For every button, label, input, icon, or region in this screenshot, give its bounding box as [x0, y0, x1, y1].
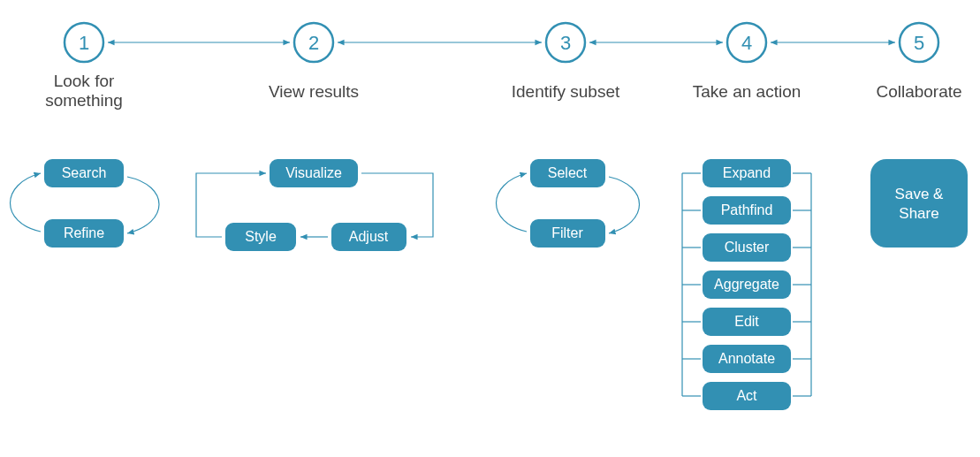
svg-text:Edit: Edit: [734, 314, 759, 329]
loop-arrow: [11, 173, 42, 232]
save-share-line: Share: [899, 205, 938, 222]
svg-text:Refine: Refine: [64, 225, 104, 240]
pill-style: Style: [225, 223, 296, 251]
step-circle-2: 2: [294, 23, 333, 62]
loop-arrow: [497, 173, 528, 232]
svg-text:Annotate: Annotate: [718, 351, 775, 366]
pill-select: Select: [530, 159, 605, 187]
pill-annotate: Annotate: [703, 345, 791, 373]
step-label: Take an action: [693, 82, 801, 101]
pill-expand: Expand: [703, 159, 791, 187]
group-look-for-something: Search Refine: [11, 159, 160, 248]
svg-text:Search: Search: [62, 165, 107, 180]
step-label: View results: [269, 82, 359, 101]
svg-rect-49: [870, 159, 968, 248]
step-number: 5: [914, 32, 924, 54]
svg-text:Adjust: Adjust: [349, 229, 389, 244]
step-circle-5: 5: [900, 23, 938, 62]
step-number: 1: [79, 32, 89, 54]
step-circle-3: 3: [546, 23, 585, 62]
step-number: 4: [741, 32, 752, 54]
group-identify-subset: Select Filter: [497, 159, 640, 248]
pill-edit: Edit: [703, 308, 791, 336]
step-number: 2: [308, 32, 319, 54]
svg-text:Filter: Filter: [551, 225, 583, 240]
pill-aggregate: Aggregate: [703, 270, 791, 299]
svg-text:Aggregate: Aggregate: [714, 277, 779, 292]
step-circle-4: 4: [727, 23, 766, 62]
group-view-results: Visualize Style Adjust: [196, 159, 433, 251]
step-number: 3: [560, 32, 571, 54]
step-label: Look for: [54, 72, 115, 90]
pill-act: Act: [703, 382, 791, 410]
step-label: Collaborate: [876, 82, 961, 101]
pill-visualize: Visualize: [270, 159, 358, 187]
save-share-line: Save &: [895, 186, 944, 202]
pill-filter: Filter: [530, 219, 605, 248]
pill-refine: Refine: [44, 219, 124, 248]
pill-adjust: Adjust: [331, 223, 406, 251]
loop-arrow: [127, 177, 159, 233]
left-bracket: [682, 173, 701, 396]
step-label: Identify subset: [512, 82, 620, 101]
right-bracket: [793, 173, 811, 396]
svg-text:Expand: Expand: [723, 165, 771, 180]
svg-text:Select: Select: [548, 165, 588, 180]
step-circles-row: 1 2 3 4 5: [65, 23, 938, 62]
svg-text:Cluster: Cluster: [725, 240, 770, 255]
workflow-diagram: 1 2 3 4 5 Look for something View result…: [0, 0, 980, 457]
svg-text:Visualize: Visualize: [285, 165, 342, 180]
step-labels: Look for something View results Identify…: [45, 72, 961, 110]
group-take-an-action: Expand Pathfind Cluster Aggregate Edit A…: [682, 159, 811, 410]
pill-cluster: Cluster: [703, 233, 791, 262]
step-label: something: [45, 91, 123, 110]
pill-search: Search: [44, 159, 124, 187]
pill-pathfind: Pathfind: [703, 196, 791, 225]
svg-text:Pathfind: Pathfind: [721, 202, 773, 217]
svg-text:Style: Style: [245, 229, 277, 244]
loop-arrow: [609, 177, 640, 233]
step-circle-1: 1: [65, 23, 103, 62]
group-collaborate: Save & Share: [870, 159, 968, 248]
svg-text:Act: Act: [736, 388, 757, 403]
